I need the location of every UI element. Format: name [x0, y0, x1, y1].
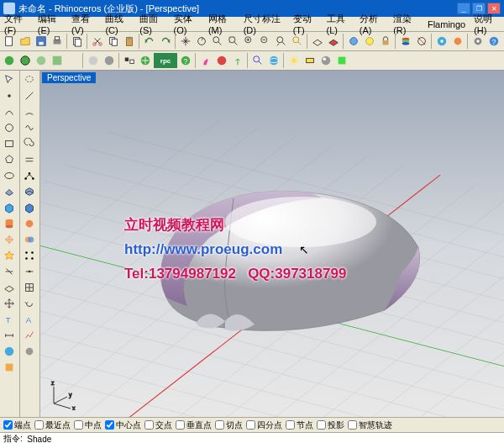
box-tool[interactable] — [1, 200, 18, 215]
misc-tool[interactable] — [21, 344, 38, 359]
help-button[interactable]: ? — [486, 34, 501, 49]
osnap-6[interactable]: 切点 — [215, 419, 243, 431]
toggle-flat-button[interactable] — [122, 53, 137, 68]
undo-view-button[interactable] — [274, 34, 289, 49]
globe-button[interactable] — [266, 53, 281, 68]
pan-button[interactable] — [178, 34, 193, 49]
rotate-tool[interactable] — [21, 296, 38, 311]
view-set-tool[interactable] — [21, 280, 38, 295]
plant-button[interactable] — [230, 53, 245, 68]
explode-tool[interactable] — [1, 248, 18, 263]
ghosted-button[interactable] — [34, 53, 49, 68]
lasso-tool[interactable] — [21, 72, 38, 87]
undo-button[interactable] — [142, 34, 157, 49]
show-button[interactable] — [362, 34, 377, 49]
extrude-tool[interactable] — [21, 184, 38, 199]
redo-view-button[interactable] — [290, 34, 305, 49]
menu-curve[interactable]: 曲线(C) — [101, 12, 135, 36]
annotate-tool[interactable]: A — [21, 312, 38, 327]
edit-pt-tool[interactable] — [21, 168, 38, 183]
ellipse-tool[interactable] — [1, 168, 18, 183]
menu-flamingo[interactable]: Flamingo — [423, 18, 470, 30]
osnap-checkbox-3[interactable] — [105, 420, 114, 430]
osnap-checkbox-2[interactable] — [74, 420, 83, 430]
osnap-checkbox-8[interactable] — [286, 420, 295, 430]
properties-button[interactable] — [434, 34, 449, 49]
shade-button[interactable] — [2, 53, 17, 68]
viewport-perspective[interactable]: Perspective — [40, 71, 504, 417]
sun-button[interactable] — [286, 53, 302, 68]
options-button[interactable] — [470, 34, 486, 49]
array-tool[interactable] — [21, 248, 38, 263]
zoom-window-button[interactable] — [242, 34, 257, 49]
cplane-tool[interactable] — [1, 280, 18, 295]
menu-help[interactable]: 说明(H) — [470, 12, 504, 36]
osnap-5[interactable]: 垂直点 — [176, 419, 212, 431]
zoom-button[interactable] — [210, 34, 225, 49]
osnap-8[interactable]: 节点 — [286, 419, 313, 431]
dimension-tool[interactable] — [1, 328, 18, 343]
osnap-checkbox-9[interactable] — [317, 420, 326, 430]
new-button[interactable] — [2, 34, 17, 49]
green-toggle-button[interactable] — [334, 53, 349, 68]
circle-tool[interactable] — [1, 120, 18, 135]
command-line[interactable]: 指令: _Shade — [0, 432, 504, 443]
osnap-3[interactable]: 中心点 — [105, 419, 141, 431]
offset-tool[interactable] — [21, 152, 38, 167]
osnap-checkbox-6[interactable] — [215, 420, 224, 430]
hide-button[interactable] — [346, 34, 361, 49]
osnap-1[interactable]: 最近点 — [34, 419, 71, 431]
flamingo-button[interactable] — [198, 53, 213, 68]
menu-transform[interactable]: 变动(T) — [289, 12, 323, 36]
freeform-tool[interactable] — [21, 120, 38, 135]
rect-tool[interactable] — [1, 136, 18, 151]
osnap-10[interactable]: 智慧轨迹 — [348, 419, 392, 431]
save-button[interactable] — [34, 34, 49, 49]
sphere-tool[interactable] — [21, 216, 38, 231]
environment-button[interactable] — [138, 53, 153, 68]
point-tool[interactable] — [1, 88, 18, 103]
solid-edit-tool[interactable] — [21, 200, 38, 215]
mesh-tool[interactable] — [1, 232, 18, 247]
copy-clipboard-button[interactable] — [70, 34, 85, 49]
menu-dimension[interactable]: 尺寸标注(D) — [239, 12, 289, 36]
osnap-checkbox-5[interactable] — [176, 420, 185, 430]
sphere-env-button[interactable] — [318, 53, 333, 68]
line-tool[interactable] — [21, 88, 38, 103]
osnap-checkbox-7[interactable] — [246, 420, 255, 430]
menu-surface[interactable]: 曲面(S) — [135, 12, 169, 36]
analysis-tool[interactable] — [21, 328, 38, 343]
menu-tools[interactable]: 工具(L) — [323, 12, 355, 36]
copy-button[interactable] — [106, 34, 121, 49]
pointer-tool[interactable] — [1, 72, 18, 87]
cut-button[interactable] — [90, 34, 105, 49]
polygon-tool[interactable] — [1, 152, 18, 167]
boolean-tool[interactable] — [21, 232, 38, 247]
lock-button[interactable] — [378, 34, 393, 49]
menu-mesh[interactable]: 网格(M) — [204, 12, 239, 36]
flat-shade-button[interactable] — [86, 53, 101, 68]
zoom-selected-button[interactable] — [258, 34, 273, 49]
paste-button[interactable] — [122, 34, 137, 49]
xray-button[interactable] — [50, 53, 65, 68]
layer-off-button[interactable] — [414, 34, 429, 49]
shade-selected-button[interactable] — [102, 53, 117, 68]
layers-button[interactable] — [398, 34, 413, 49]
spiral-tool[interactable] — [21, 136, 38, 151]
osnap-9[interactable]: 投影 — [317, 419, 344, 431]
set-view-button[interactable] — [326, 34, 341, 49]
zoom2-button[interactable] — [250, 53, 265, 68]
redo-button[interactable] — [158, 34, 173, 49]
osnap-4[interactable]: 交点 — [144, 419, 172, 431]
render-button[interactable] — [450, 34, 465, 49]
osnap-checkbox-0[interactable] — [3, 420, 13, 430]
print-button[interactable] — [50, 34, 65, 49]
menu-render[interactable]: 渲染(R) — [389, 12, 423, 36]
surface-tool[interactable] — [1, 184, 18, 199]
cylinder-tool[interactable] — [1, 216, 18, 231]
set-cplane-button[interactable] — [310, 34, 325, 49]
open-button[interactable] — [18, 34, 33, 49]
menu-view[interactable]: 查看(V) — [67, 12, 101, 36]
wireframe-button[interactable] — [18, 53, 33, 68]
zoom-extents-button[interactable] — [226, 34, 241, 49]
